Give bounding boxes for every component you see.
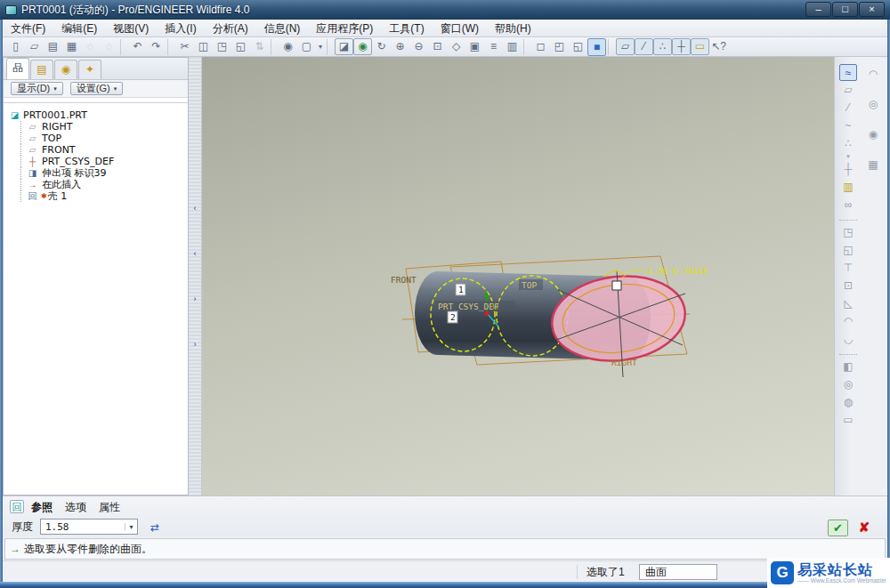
- annotations-toggle[interactable]: ▭: [691, 38, 709, 55]
- context-help-button[interactable]: ↖?: [709, 38, 728, 56]
- chamfer-edge-tool[interactable]: ◎: [864, 96, 882, 113]
- menu-item[interactable]: 编辑(E): [53, 20, 105, 36]
- splitter-arrow-icon[interactable]: ‹: [194, 205, 197, 213]
- chamfer-tool[interactable]: ◡: [839, 331, 857, 348]
- link-tool[interactable]: ∞: [839, 197, 857, 213]
- email-button[interactable]: ◌: [81, 38, 100, 56]
- menu-item[interactable]: 窗口(W): [433, 20, 487, 36]
- csys-toggle[interactable]: ┼: [672, 38, 691, 55]
- merge-tool[interactable]: ⊡: [839, 278, 857, 294]
- print-button[interactable]: ▦: [62, 38, 81, 56]
- view-manager-button[interactable]: ▥: [503, 38, 522, 56]
- menu-item[interactable]: 帮助(H): [487, 20, 539, 36]
- top-plane-label[interactable]: TOP: [522, 280, 537, 290]
- copy-geom-tool[interactable]: ◳: [839, 224, 857, 241]
- tab-favorites[interactable]: ◉: [54, 60, 77, 79]
- save-button[interactable]: ▤: [44, 38, 62, 56]
- menu-item[interactable]: 插入(I): [157, 20, 204, 36]
- trim-tool[interactable]: ⊤: [839, 260, 857, 277]
- drag-handle[interactable]: [612, 281, 621, 290]
- csys-label[interactable]: PRT_CSYS_DEF: [438, 302, 499, 311]
- tab-folder-browser[interactable]: ▤: [30, 60, 53, 79]
- splitter-arrow-icon[interactable]: ›: [194, 341, 197, 349]
- menu-item[interactable]: 信息(N): [256, 20, 309, 36]
- menu-item[interactable]: 分析(A): [205, 20, 256, 36]
- style-tool-button[interactable]: ≈: [839, 64, 857, 81]
- dashboard-tab-properties[interactable]: 属性: [99, 500, 120, 515]
- no-hidden-button[interactable]: ◱: [569, 38, 587, 56]
- wireframe-button[interactable]: ◻: [531, 38, 550, 56]
- hole-tool[interactable]: ◉: [864, 126, 882, 143]
- thickness-combo[interactable]: ▾: [40, 519, 138, 535]
- close-button[interactable]: ×: [859, 2, 885, 17]
- thickness-input[interactable]: [41, 521, 125, 533]
- paste-special-button[interactable]: ◱: [231, 38, 250, 56]
- splitter-arrow-icon[interactable]: ›: [194, 295, 197, 303]
- new-button[interactable]: ▯: [6, 38, 25, 56]
- menu-item[interactable]: 视图(V): [105, 20, 157, 36]
- tab-model-tree[interactable]: 品: [6, 58, 29, 79]
- flatten-tool[interactable]: ▭: [839, 412, 857, 429]
- front-plane-label[interactable]: FRONT: [391, 275, 417, 285]
- datum-point-tool[interactable]: ∴: [839, 135, 857, 152]
- datum-plane-tool[interactable]: ▱: [839, 82, 857, 99]
- datum-filter-toggle[interactable]: ◪: [335, 38, 353, 55]
- find-button[interactable]: ◉: [279, 38, 297, 56]
- maximize-button[interactable]: □: [832, 2, 858, 17]
- chevron-down-icon[interactable]: ▾: [125, 523, 137, 531]
- copy-button[interactable]: ◫: [194, 38, 213, 56]
- curve-tool[interactable]: ~: [839, 117, 857, 134]
- orient-mode-toggle[interactable]: ↻: [372, 38, 391, 56]
- redo-button[interactable]: ↷: [147, 38, 166, 56]
- solidify-tool[interactable]: ◎: [839, 376, 857, 393]
- show-dropdown-button[interactable]: 显示(D) ▾: [11, 82, 63, 95]
- datum-planes-toggle[interactable]: ▱: [616, 38, 635, 55]
- regenerate-button[interactable]: ⇅: [250, 38, 269, 56]
- tree-item[interactable]: → 在此插入: [20, 179, 183, 190]
- hidden-line-button[interactable]: ◰: [550, 38, 569, 56]
- datum-axis-tool[interactable]: ⁄: [839, 100, 857, 117]
- zoom-in-button[interactable]: ⊕: [391, 38, 409, 56]
- round-tool[interactable]: ◠: [839, 313, 857, 330]
- datum-points-toggle[interactable]: ∴: [653, 38, 672, 55]
- csys-tool[interactable]: ┼: [839, 161, 857, 178]
- cancel-button[interactable]: ✘: [855, 519, 873, 536]
- settings-dropdown-button[interactable]: 设置(G) ▾: [70, 82, 123, 95]
- spin-center-toggle[interactable]: ◉: [353, 38, 372, 55]
- panel-splitter[interactable]: ‹ ‹ › ›: [189, 57, 202, 495]
- draft-tool[interactable]: ◺: [839, 295, 857, 312]
- minimize-button[interactable]: –: [805, 2, 831, 17]
- saved-views-button[interactable]: ▣: [465, 38, 484, 56]
- tab-connections[interactable]: ✦: [78, 60, 101, 79]
- shaded-button[interactable]: ■: [587, 38, 606, 56]
- analysis-tool[interactable]: ▥: [839, 179, 857, 196]
- reorient-button[interactable]: ◇: [447, 38, 465, 56]
- splitter-arrow-icon[interactable]: ‹: [194, 250, 197, 258]
- viewport-canvas[interactable]: 1.58 O.THICK FRONT TOP PRT_CSYS_DEF RIGH…: [202, 57, 834, 495]
- datum-axes-toggle[interactable]: ⁄: [635, 38, 653, 55]
- selection-filter-combo[interactable]: 曲面: [639, 564, 717, 580]
- accept-button[interactable]: ✔: [828, 520, 848, 536]
- tree-item[interactable]: ▱ TOP: [20, 133, 183, 144]
- tree-item[interactable]: 回 ✱ 壳 1: [20, 190, 183, 202]
- datum-point-caret[interactable]: ▾: [839, 153, 857, 160]
- intersect-tool[interactable]: ◍: [839, 394, 857, 411]
- menu-item[interactable]: 文件(F): [3, 20, 53, 36]
- tree-root-item[interactable]: ◪ PRT0001.PRT: [9, 109, 183, 121]
- pattern-tool[interactable]: ▦: [864, 157, 882, 173]
- zoom-out-button[interactable]: ⊖: [409, 38, 428, 56]
- menu-item[interactable]: 应用程序(P): [308, 20, 381, 36]
- select-box-caret[interactable]: ▾: [316, 38, 325, 56]
- select-box-button[interactable]: ▢: [297, 38, 316, 56]
- refit-button[interactable]: ⊡: [428, 38, 447, 56]
- right-plane-label[interactable]: RIGHT: [611, 358, 637, 367]
- layers-button[interactable]: ≡: [484, 38, 503, 56]
- paste-button[interactable]: ◳: [213, 38, 231, 56]
- tree-item[interactable]: ▱ FRONT: [20, 144, 183, 156]
- cut-button[interactable]: ✂: [175, 38, 194, 56]
- model-info-button[interactable]: ◌: [100, 38, 118, 56]
- open-button[interactable]: ▱: [25, 38, 44, 56]
- round-edge-tool[interactable]: ◠: [864, 66, 882, 83]
- dashboard-tab-options[interactable]: 选项: [65, 500, 86, 515]
- tree-item[interactable]: ▱ RIGHT: [20, 121, 183, 133]
